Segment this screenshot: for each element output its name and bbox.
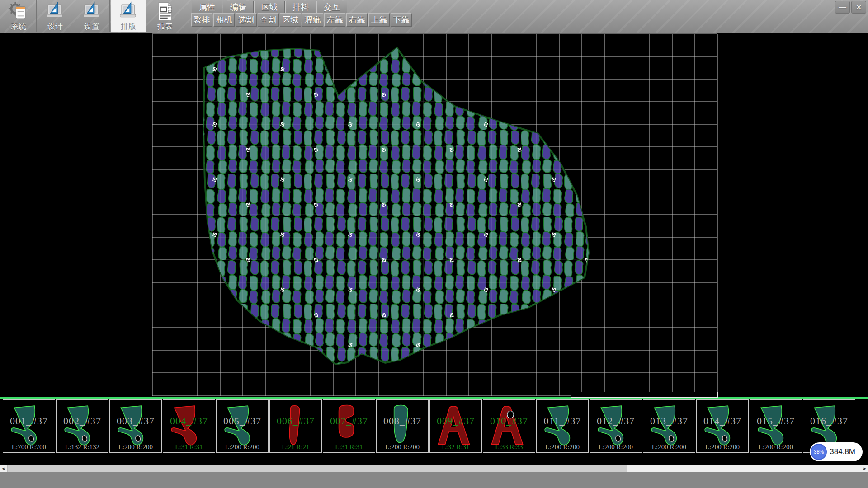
piece-thumbnail[interactable]: 011_#37 L:200 R:200 bbox=[536, 399, 589, 453]
mode-buttons: 系统 设计 设置 排版 报表 bbox=[1, 0, 184, 33]
piece-thumbnail[interactable]: 008_#37 L:200 R:200 bbox=[376, 399, 429, 453]
menu-tab[interactable]: 区域 bbox=[254, 1, 285, 13]
piece-thumbnail[interactable]: 009_#37 L:32 R:31 bbox=[429, 399, 482, 453]
tool-button[interactable]: 选割 bbox=[236, 13, 257, 27]
nesting-ruler-icon bbox=[118, 1, 139, 21]
piece-lr-count-label: L:700 R:700 bbox=[3, 443, 55, 451]
piece-id-label: 009_#37 bbox=[430, 415, 481, 427]
piece-lr-count-label: L:200 R:200 bbox=[110, 443, 161, 451]
mode-button[interactable]: 系统 bbox=[1, 0, 37, 32]
piece-id-label: 016_#37 bbox=[803, 415, 855, 427]
menu-tab-label: 属性 bbox=[199, 2, 215, 13]
menu-tab[interactable]: 排料 bbox=[285, 1, 316, 13]
main-toolbar: 系统 设计 设置 排版 报表 bbox=[0, 0, 868, 33]
progress-badge: 38% 384.8M bbox=[810, 442, 863, 461]
nesting-canvas[interactable] bbox=[0, 33, 868, 396]
piece-thumbnail[interactable]: 003_#37 L:200 R:200 bbox=[109, 399, 162, 453]
mode-button[interactable]: 设置 bbox=[74, 0, 110, 32]
tool-button-label: 瑕疵 bbox=[305, 14, 321, 25]
piece-thumbnail[interactable]: 014_#37 L:200 R:200 bbox=[696, 399, 749, 453]
menu-tabs: 属性 编辑 区域 排料 交互 bbox=[192, 1, 348, 13]
piece-id-label: 015_#37 bbox=[750, 415, 802, 427]
menu-tab[interactable]: 交互 bbox=[316, 1, 347, 13]
piece-lr-count-label: L:200 R:200 bbox=[643, 443, 695, 451]
mode-button-label: 设置 bbox=[84, 21, 99, 32]
tool-button-label: 右靠 bbox=[349, 14, 365, 25]
tool-button-label: 相机 bbox=[216, 14, 232, 25]
menu-tab[interactable]: 属性 bbox=[192, 1, 222, 13]
piece-id-label: 014_#37 bbox=[697, 415, 748, 427]
piece-id-label: 001_#37 bbox=[3, 415, 55, 427]
piece-thumbnail[interactable]: 013_#37 L:200 R:200 bbox=[643, 399, 695, 453]
progress-circle: 38% bbox=[811, 444, 827, 460]
mode-button-label: 设计 bbox=[47, 21, 63, 32]
piece-lr-count-label: L:31 R:31 bbox=[163, 443, 215, 451]
piece-id-label: 013_#37 bbox=[643, 415, 695, 427]
menu-tab-label: 区域 bbox=[261, 2, 278, 13]
piece-thumbnail[interactable]: 006_#37 L:21 R:21 bbox=[269, 399, 322, 453]
piece-thumbnail[interactable]: 012_#37 L:200 R:200 bbox=[590, 399, 642, 453]
piece-thumbnail[interactable]: 001_#37 L:700 R:700 bbox=[3, 399, 55, 453]
mode-button-label: 排版 bbox=[121, 21, 136, 32]
selection-box[interactable] bbox=[571, 392, 718, 398]
piece-thumbnail[interactable]: 005_#37 L:200 R:200 bbox=[216, 399, 269, 453]
system-gear-icon bbox=[8, 1, 29, 21]
piece-thumbnail[interactable]: 015_#37 L:200 R:200 bbox=[750, 399, 802, 453]
tool-button[interactable]: 瑕疵 bbox=[302, 13, 323, 27]
piece-id-label: 002_#37 bbox=[57, 415, 108, 427]
mode-button-label: 报表 bbox=[157, 21, 173, 32]
menu-tab-label: 交互 bbox=[324, 2, 340, 13]
minimize-button[interactable]: — bbox=[835, 1, 850, 14]
canvas-svg bbox=[0, 33, 868, 396]
mode-button[interactable]: 设计 bbox=[38, 0, 73, 32]
scroll-left-arrow-icon[interactable]: < bbox=[0, 465, 7, 472]
separator-line bbox=[0, 397, 868, 399]
menu-tab-label: 编辑 bbox=[230, 2, 246, 13]
piece-id-label: 010_#37 bbox=[483, 415, 535, 427]
tool-button[interactable]: 聚排 bbox=[191, 13, 212, 27]
menu-tab[interactable]: 编辑 bbox=[223, 1, 254, 13]
mode-button-label: 系统 bbox=[11, 21, 26, 32]
tool-button[interactable]: 下靠 bbox=[391, 13, 412, 27]
tool-button[interactable]: 左靠 bbox=[324, 13, 345, 27]
tool-button-label: 左靠 bbox=[327, 14, 343, 25]
mode-button[interactable]: 报表 bbox=[147, 0, 183, 32]
tool-button-label: 区域 bbox=[283, 14, 299, 25]
piece-lr-count-label: L:200 R:200 bbox=[217, 443, 268, 451]
tool-button[interactable]: 全割 bbox=[258, 13, 279, 27]
scroll-right-arrow-icon[interactable]: > bbox=[861, 465, 868, 472]
piece-lr-count-label: L:200 R:200 bbox=[750, 443, 802, 451]
piece-id-label: 011_#37 bbox=[537, 415, 588, 427]
piece-id-label: 007_#37 bbox=[323, 415, 375, 427]
piece-thumbnail[interactable]: 007_#37 L:31 R:31 bbox=[323, 399, 375, 453]
piece-id-label: 006_#37 bbox=[270, 415, 321, 427]
tool-button[interactable]: 相机 bbox=[213, 13, 235, 27]
scrollbar-thumb[interactable] bbox=[7, 465, 627, 472]
mode-button[interactable]: 排版 bbox=[111, 0, 146, 32]
close-button[interactable]: ✕ bbox=[851, 1, 866, 14]
tool-button[interactable]: 上靠 bbox=[368, 13, 390, 27]
tool-button-label: 上靠 bbox=[371, 14, 387, 25]
tool-button-label: 全割 bbox=[260, 14, 277, 25]
piece-thumbnail-strip: 001_#37 L:700 R:700 002_#37 L:132 R:132 … bbox=[3, 399, 856, 453]
piece-id-label: 012_#37 bbox=[590, 415, 642, 427]
piece-thumbnail[interactable]: 010_#37 L:33 R:33 bbox=[483, 399, 535, 453]
piece-lr-count-label: L:200 R:200 bbox=[377, 443, 428, 451]
piece-thumbnail[interactable]: 004_#37 L:31 R:31 bbox=[163, 399, 215, 453]
app-window: 系统 设计 设置 排版 报表 bbox=[0, 0, 868, 488]
piece-lr-count-label: L:200 R:200 bbox=[590, 443, 642, 451]
window-controls: — ✕ bbox=[834, 1, 866, 14]
piece-markers bbox=[203, 48, 589, 364]
tool-button[interactable]: 区域 bbox=[280, 13, 301, 27]
piece-lr-count-label: L:21 R:21 bbox=[270, 443, 321, 451]
tool-button-label: 聚排 bbox=[194, 14, 210, 25]
piece-thumbnail[interactable]: 002_#37 L:132 R:132 bbox=[56, 399, 108, 453]
piece-id-label: 008_#37 bbox=[377, 415, 428, 427]
horizontal-scrollbar[interactable]: < > bbox=[0, 465, 868, 472]
tool-button[interactable]: 右靠 bbox=[346, 13, 368, 27]
piece-lr-count-label: L:31 R:31 bbox=[323, 443, 375, 451]
tool-button-label: 下靠 bbox=[393, 14, 410, 25]
piece-id-label: 004_#37 bbox=[163, 415, 215, 427]
status-bar bbox=[0, 472, 868, 488]
tool-buttons: 聚排 相机 选割 全割 区域 瑕疵 bbox=[191, 13, 413, 27]
